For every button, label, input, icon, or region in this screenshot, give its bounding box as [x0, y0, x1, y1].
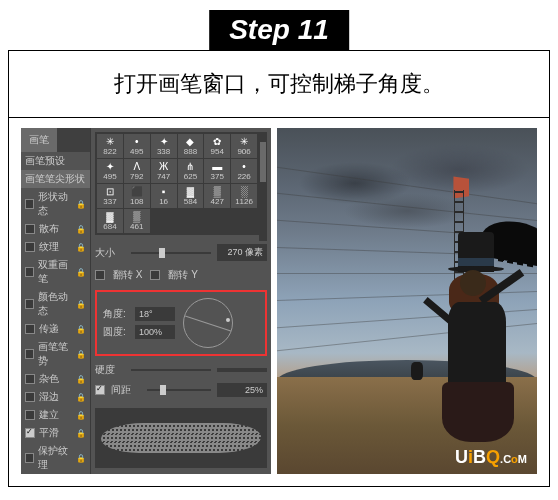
brush-grid[interactable]: ✳822 •495 ✦338 ◆888 ✿954 ✳906 ✦495 Λ792 …	[95, 132, 259, 235]
angle-input[interactable]: 18°	[135, 307, 175, 321]
angle-dial[interactable]	[183, 298, 233, 348]
brush-swatch[interactable]: ⬛108	[124, 184, 150, 208]
checkbox[interactable]	[25, 199, 34, 209]
opt-scatter[interactable]: 散布🔒	[21, 220, 90, 238]
brush-swatch[interactable]: ✿954	[204, 134, 230, 158]
checkbox[interactable]	[25, 453, 34, 463]
caption-text: 打开画笔窗口，可控制梯子角度。	[9, 51, 549, 118]
opt-buildup[interactable]: 建立🔒	[21, 406, 90, 424]
brush-swatch[interactable]: ▬375	[204, 159, 230, 183]
scrollbar[interactable]	[259, 132, 267, 241]
brush-sidebar: 画笔 画笔预设 画笔笔尖形状 形状动态🔒 散布🔒 纹理🔒 双重画笔🔒 颜色动态🔒…	[21, 128, 91, 474]
lock-icon: 🔒	[76, 454, 86, 463]
checkbox[interactable]	[25, 392, 35, 402]
lock-icon: 🔒	[76, 243, 86, 252]
brush-swatch[interactable]: ✦495	[97, 159, 123, 183]
tab-brush[interactable]: 画笔	[21, 128, 57, 152]
opt-label: 传递	[39, 322, 59, 336]
spacing-value[interactable]: 25%	[217, 383, 267, 397]
wm-u: U	[455, 447, 468, 467]
checkbox[interactable]	[25, 349, 34, 359]
spacing-label: 间距	[111, 383, 141, 397]
brush-swatch[interactable]: ▓584	[178, 184, 204, 208]
checkbox[interactable]	[25, 267, 34, 277]
brush-size: 461	[130, 222, 143, 231]
brush-swatch[interactable]: ▒461	[124, 209, 150, 233]
checkbox[interactable]	[25, 410, 35, 420]
flipx-checkbox[interactable]	[95, 270, 105, 280]
head	[460, 270, 486, 296]
checkbox[interactable]	[25, 299, 34, 309]
lock-icon: 🔒	[76, 225, 86, 234]
opt-dual-brush[interactable]: 双重画笔🔒	[21, 256, 90, 288]
flip-row: 翻转 X 翻转 Y	[95, 264, 267, 286]
result-image: UiBQ.CoM	[277, 128, 537, 474]
brush-size: 792	[130, 172, 143, 181]
tab-preset-row[interactable]: 画笔预设	[21, 152, 90, 170]
brush-swatch[interactable]: ◆888	[178, 134, 204, 158]
spacing-slider[interactable]	[147, 385, 211, 395]
opt-label: 保护纹理	[38, 444, 72, 472]
brush-size: 747	[157, 172, 170, 181]
brush-size: 684	[103, 222, 116, 231]
opt-smoothing[interactable]: 平滑🔒	[21, 424, 90, 442]
wm-c: C	[503, 453, 511, 465]
brush-size: 108	[130, 197, 143, 206]
brush-swatch[interactable]: ✳906	[231, 134, 257, 158]
opt-wet-edge[interactable]: 湿边🔒	[21, 388, 90, 406]
brush-swatch[interactable]: •495	[124, 134, 150, 158]
lock-icon: 🔒	[76, 393, 86, 402]
roundness-input[interactable]: 100%	[135, 325, 175, 339]
brush-swatch[interactable]: ▒427	[204, 184, 230, 208]
brush-size: 337	[103, 197, 116, 206]
opt-texture[interactable]: 纹理🔒	[21, 238, 90, 256]
brush-swatch[interactable]: Λ792	[124, 159, 150, 183]
lock-icon: 🔒	[76, 200, 86, 209]
brush-preview-stroke	[99, 423, 263, 453]
brush-swatch[interactable]: ░1126	[231, 184, 257, 208]
wm-o: o	[511, 453, 518, 465]
opt-tip-shape[interactable]: 画笔笔尖形状	[21, 170, 90, 188]
checkbox[interactable]	[25, 324, 35, 334]
brush-size: 1126	[235, 197, 253, 206]
brush-swatch[interactable]: ⊡337	[97, 184, 123, 208]
hardness-row: 硬度	[95, 360, 267, 380]
hardness-slider[interactable]	[131, 365, 211, 375]
hardness-value[interactable]	[217, 368, 267, 372]
brush-swatch[interactable]: ▓684	[97, 209, 123, 233]
brush-swatch[interactable]: •226	[231, 159, 257, 183]
hat	[458, 232, 494, 272]
lock-icon: 🔒	[76, 300, 86, 309]
checkbox[interactable]	[25, 242, 35, 252]
opt-brush-pose[interactable]: 画笔笔势🔒	[21, 338, 90, 370]
flipy-checkbox[interactable]	[150, 270, 160, 280]
opt-label: 湿边	[39, 390, 59, 404]
hat-band	[458, 258, 494, 266]
checkbox[interactable]	[25, 374, 35, 384]
brush-size: 226	[237, 172, 250, 181]
brush-size: 375	[211, 172, 224, 181]
brush-swatch[interactable]: ⋔625	[178, 159, 204, 183]
brush-preview	[95, 408, 267, 468]
lock-icon: 🔒	[76, 350, 86, 359]
brush-panel: 画笔 画笔预设 画笔笔尖形状 形状动态🔒 散布🔒 纹理🔒 双重画笔🔒 颜色动态🔒…	[21, 128, 271, 474]
checkbox[interactable]	[25, 428, 35, 438]
content-frame: 打开画笔窗口，可控制梯子角度。 画笔 画笔预设 画笔笔尖形状 形状动态🔒 散布🔒…	[8, 50, 550, 487]
opt-color-dynamics[interactable]: 颜色动态🔒	[21, 288, 90, 320]
checkbox[interactable]	[25, 224, 35, 234]
size-slider[interactable]	[131, 248, 211, 258]
brush-swatch[interactable]: ✳822	[97, 134, 123, 158]
opt-shape-dynamics[interactable]: 形状动态🔒	[21, 188, 90, 220]
spacing-checkbox[interactable]	[95, 385, 105, 395]
opt-transfer[interactable]: 传递🔒	[21, 320, 90, 338]
size-value[interactable]: 270 像素	[217, 244, 267, 261]
opt-label: 颜色动态	[38, 290, 72, 318]
brush-swatch[interactable]: ▪16	[151, 184, 177, 208]
brush-swatch[interactable]: Ж747	[151, 159, 177, 183]
brush-swatch[interactable]: ✦338	[151, 134, 177, 158]
opt-label: 形状动态	[38, 190, 72, 218]
opt-protect-texture[interactable]: 保护纹理🔒	[21, 442, 90, 474]
content-row: 画笔 画笔预设 画笔笔尖形状 形状动态🔒 散布🔒 纹理🔒 双重画笔🔒 颜色动态🔒…	[9, 128, 549, 486]
brush-size: 584	[184, 197, 197, 206]
opt-noise[interactable]: 杂色🔒	[21, 370, 90, 388]
